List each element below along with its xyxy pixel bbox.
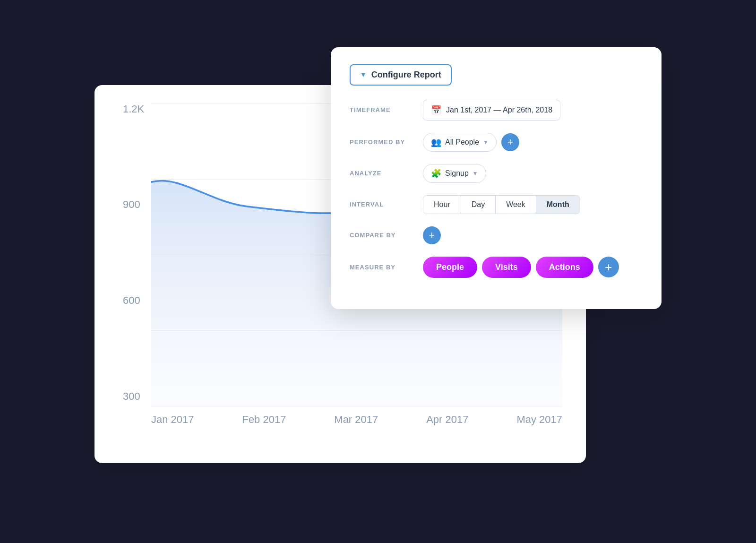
timeframe-value: Jan 1st, 2017 — Apr 26th, 2018 (446, 106, 552, 114)
interval-month-button[interactable]: Month (536, 196, 580, 214)
x-label-jan: Jan 2017 (151, 414, 194, 426)
measure-people-button[interactable]: People (423, 257, 477, 278)
timeframe-label: TIMEFRAME (350, 106, 413, 113)
measure-by-controls: People Visits Actions + (423, 257, 619, 278)
analyze-value: Signup (445, 169, 469, 178)
compare-by-row: COMPARE BY + (350, 226, 643, 244)
y-label-300: 300 (123, 391, 144, 402)
compare-by-add-button[interactable]: + (423, 226, 441, 244)
performed-by-label: PERFORMED BY (350, 138, 413, 146)
x-label-may: May 2017 (516, 414, 562, 426)
y-label-1200: 1.2K (123, 104, 144, 114)
all-people-label: All People (445, 138, 479, 147)
y-axis: 300 600 900 1.2K (123, 104, 144, 406)
chevron-down-icon: ▼ (483, 139, 489, 146)
performed-by-add-button[interactable]: + (501, 133, 519, 151)
configure-btn-label: Configure Report (371, 70, 441, 80)
measure-visits-button[interactable]: Visits (482, 257, 531, 278)
timeframe-row: TIMEFRAME 📅 Jan 1st, 2017 — Apr 26th, 20… (350, 100, 643, 121)
config-panel: ▼ Configure Report TIMEFRAME 📅 Jan 1st, … (331, 47, 662, 309)
interval-button-group: Hour Day Week Month (423, 195, 580, 214)
measure-by-label: MEASURE BY (350, 264, 413, 271)
x-label-apr: Apr 2017 (426, 414, 468, 426)
timeframe-controls: 📅 Jan 1st, 2017 — Apr 26th, 2018 (423, 100, 560, 121)
analyze-dropdown[interactable]: 🧩 Signup ▼ (423, 164, 486, 183)
performed-by-controls: 👥 All People ▼ + (423, 133, 519, 152)
timeframe-input[interactable]: 📅 Jan 1st, 2017 — Apr 26th, 2018 (423, 100, 560, 121)
measure-add-button[interactable]: + (598, 257, 619, 277)
config-header: ▼ Configure Report (350, 64, 643, 86)
measure-actions-button[interactable]: Actions (536, 257, 593, 278)
people-icon: 👥 (431, 137, 441, 147)
compare-by-label: COMPARE BY (350, 232, 413, 239)
compare-by-controls: + (423, 226, 441, 244)
measure-by-row: MEASURE BY People Visits Actions + (350, 257, 643, 278)
calendar-icon: 📅 (431, 105, 441, 115)
y-label-900: 900 (123, 199, 144, 210)
signup-icon: 🧩 (431, 168, 441, 179)
x-label-mar: Mar 2017 (334, 414, 378, 426)
x-label-feb: Feb 2017 (242, 414, 286, 426)
interval-label: INTERVAL (350, 201, 413, 208)
interval-hour-button[interactable]: Hour (423, 196, 461, 214)
interval-week-button[interactable]: Week (496, 196, 536, 214)
configure-report-button[interactable]: ▼ Configure Report (350, 64, 452, 86)
x-axis: Jan 2017 Feb 2017 Mar 2017 Apr 2017 May … (151, 406, 562, 444)
performed-by-row: PERFORMED BY 👥 All People ▼ + (350, 133, 643, 152)
analyze-label: ANALYZE (350, 170, 413, 177)
chevron-down-icon: ▼ (472, 170, 478, 177)
interval-controls: Hour Day Week Month (423, 195, 580, 214)
analyze-row: ANALYZE 🧩 Signup ▼ (350, 164, 643, 183)
chevron-down-icon: ▼ (360, 71, 367, 78)
y-label-600: 600 (123, 295, 144, 306)
all-people-dropdown[interactable]: 👥 All People ▼ (423, 133, 497, 152)
analyze-controls: 🧩 Signup ▼ (423, 164, 486, 183)
interval-day-button[interactable]: Day (461, 196, 496, 214)
interval-row: INTERVAL Hour Day Week Month (350, 195, 643, 214)
